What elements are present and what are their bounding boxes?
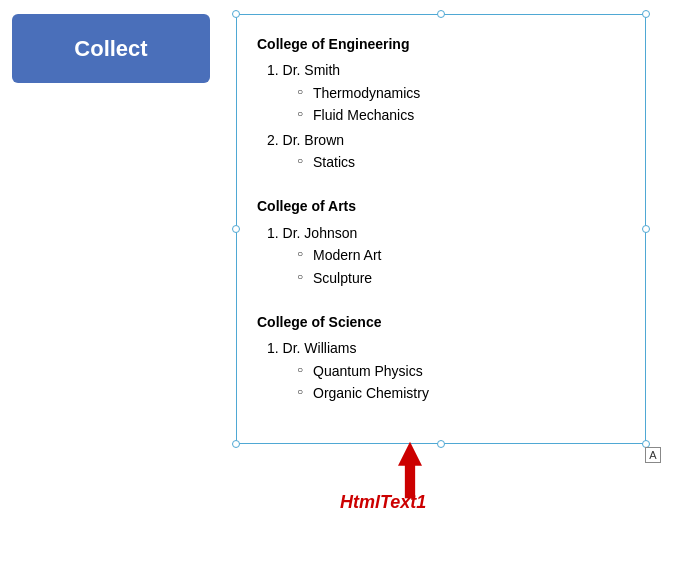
a-indicator: A — [645, 447, 661, 463]
college-arts: College of Arts 1. Dr. Johnson Modern Ar… — [257, 195, 625, 289]
college-engineering-heading: College of Engineering — [257, 33, 625, 55]
course-statics: Statics — [297, 151, 625, 173]
course-thermodynamics: Thermodynamics — [297, 82, 625, 104]
college-science-heading: College of Science — [257, 311, 625, 333]
courses-williams: Quantum Physics Organic Chemistry — [267, 360, 625, 405]
course-sculpture: Sculpture — [297, 267, 625, 289]
handle-mid-left[interactable] — [232, 225, 240, 233]
courses-brown: Statics — [267, 151, 625, 173]
html-text-label: HtmlText1 — [340, 492, 426, 513]
doctor-williams: 1. Dr. Williams Quantum Physics Organic … — [267, 337, 625, 404]
doctor-list-arts: 1. Dr. Johnson Modern Art Sculpture — [257, 222, 625, 289]
handle-bottom-mid[interactable] — [437, 440, 445, 448]
doctor-johnson: 1. Dr. Johnson Modern Art Sculpture — [267, 222, 625, 289]
course-fluid-mechanics: Fluid Mechanics — [297, 104, 625, 126]
handle-bottom-left[interactable] — [232, 440, 240, 448]
arrow-container — [390, 440, 430, 500]
handle-top-right[interactable] — [642, 10, 650, 18]
college-arts-heading: College of Arts — [257, 195, 625, 217]
doctor-williams-label: 1. Dr. Williams — [267, 340, 356, 356]
doctor-brown-label: 2. Dr. Brown — [267, 132, 344, 148]
college-engineering: College of Engineering 1. Dr. Smith Ther… — [257, 33, 625, 173]
courses-johnson: Modern Art Sculpture — [267, 244, 625, 289]
doctor-list-engineering: 1. Dr. Smith Thermodynamics Fluid Mechan… — [257, 59, 625, 173]
doctor-smith: 1. Dr. Smith Thermodynamics Fluid Mechan… — [267, 59, 625, 126]
handle-mid-right[interactable] — [642, 225, 650, 233]
course-organic-chemistry: Organic Chemistry — [297, 382, 625, 404]
courses-smith: Thermodynamics Fluid Mechanics — [267, 82, 625, 127]
doctor-list-science: 1. Dr. Williams Quantum Physics Organic … — [257, 337, 625, 404]
content-box: College of Engineering 1. Dr. Smith Ther… — [236, 14, 646, 444]
handle-top-mid[interactable] — [437, 10, 445, 18]
doctor-brown: 2. Dr. Brown Statics — [267, 129, 625, 174]
course-modern-art: Modern Art — [297, 244, 625, 266]
up-arrow-icon — [390, 440, 430, 500]
content-inner: College of Engineering 1. Dr. Smith Ther… — [237, 15, 645, 444]
doctor-smith-label: 1. Dr. Smith — [267, 62, 340, 78]
college-science: College of Science 1. Dr. Williams Quant… — [257, 311, 625, 405]
svg-marker-0 — [398, 442, 422, 466]
collect-button[interactable]: Collect — [12, 14, 210, 83]
course-quantum-physics: Quantum Physics — [297, 360, 625, 382]
doctor-johnson-label: 1. Dr. Johnson — [267, 225, 357, 241]
handle-top-left[interactable] — [232, 10, 240, 18]
